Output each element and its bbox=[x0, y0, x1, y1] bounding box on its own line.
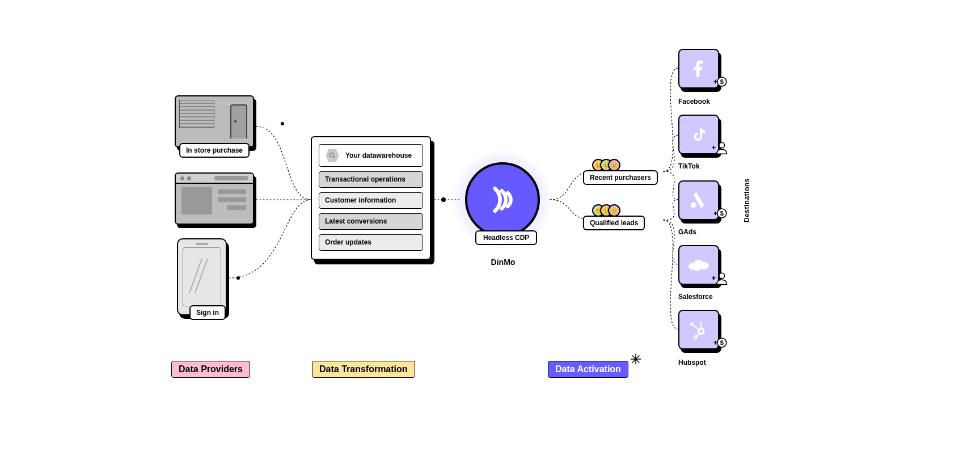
provider-card bbox=[177, 238, 227, 315]
money-badge-icon: $ bbox=[710, 204, 728, 222]
warehouse-row: Latest conversions bbox=[319, 213, 423, 230]
svg-point-1 bbox=[236, 276, 240, 280]
money-badge-icon: $ bbox=[710, 73, 728, 91]
section-badge-providers: Data Providers bbox=[171, 361, 250, 378]
destination-label: Salesforce bbox=[678, 293, 713, 301]
person-badge-icon bbox=[710, 269, 728, 287]
destination-salesforce bbox=[678, 245, 719, 285]
door-icon bbox=[230, 104, 247, 138]
svg-point-2 bbox=[441, 197, 446, 202]
tiktok-icon bbox=[690, 125, 708, 144]
cdp-node bbox=[465, 162, 540, 237]
avatar: 🙂 bbox=[608, 204, 620, 217]
svg-text:$: $ bbox=[720, 339, 724, 346]
provider-label: Sign in bbox=[189, 305, 226, 320]
warehouse-row: Order updates bbox=[319, 234, 423, 251]
destination-hubspot: $ bbox=[678, 310, 719, 349]
segment-recent-purchasers: 🙂 🙂 🙂 Recent purchasers bbox=[592, 158, 692, 172]
destination-label: Hubspot bbox=[678, 359, 706, 366]
warehouse-row-text: Latest conversions bbox=[325, 217, 387, 226]
money-badge-icon: $ bbox=[710, 334, 728, 352]
svg-point-0 bbox=[281, 122, 284, 125]
provider-store: In store purchase bbox=[175, 95, 254, 148]
svg-point-20 bbox=[690, 322, 694, 326]
segment-label: Recent purchasers bbox=[583, 170, 658, 185]
warehouse-header-row: Your datawarehouse bbox=[319, 144, 423, 167]
destination-gads: $ bbox=[678, 180, 719, 220]
segment-avatars: 🙂 🙂 🙂 bbox=[592, 204, 620, 217]
destination-tiktok bbox=[678, 115, 719, 154]
svg-point-5 bbox=[330, 153, 333, 157]
gads-icon bbox=[689, 191, 708, 210]
svg-point-16 bbox=[719, 273, 725, 279]
destination-label: Facebook bbox=[678, 98, 710, 106]
warehouse-row: Transactional operations bbox=[319, 171, 423, 188]
provider-card bbox=[175, 172, 254, 225]
warehouse-row-text: Transactional operations bbox=[325, 175, 405, 184]
avatar: 🙂 bbox=[608, 159, 620, 171]
provider-label: In store purchase bbox=[179, 143, 250, 158]
store-icon bbox=[179, 100, 214, 128]
hubspot-icon bbox=[689, 320, 708, 339]
segment-label: Qualified leads bbox=[583, 216, 645, 230]
cdp-label: Headless CDP bbox=[475, 230, 537, 245]
svg-point-8 bbox=[719, 142, 725, 148]
warehouse-row-text: Customer information bbox=[325, 196, 396, 205]
svg-text:$: $ bbox=[720, 210, 724, 217]
warehouse-panel: Your datawarehouse Transactional operati… bbox=[311, 136, 431, 260]
svg-point-19 bbox=[700, 322, 702, 324]
segment-avatars: 🙂 🙂 🙂 bbox=[592, 159, 620, 171]
cdp-brand: DinMo bbox=[489, 258, 517, 267]
provider-mobile: Sign in bbox=[177, 238, 227, 315]
warehouse-row: Customer information bbox=[319, 192, 423, 209]
provider-web bbox=[175, 172, 254, 225]
warehouse-header-text: Your datawarehouse bbox=[345, 151, 412, 160]
destination-label: GAds bbox=[678, 228, 696, 236]
provider-card bbox=[175, 95, 254, 148]
section-badge-transformation: Data Transformation bbox=[312, 361, 415, 378]
destinations-side-label: Destinations bbox=[743, 178, 751, 222]
dinmo-logo-icon bbox=[484, 181, 521, 218]
svg-text:$: $ bbox=[720, 78, 724, 85]
svg-point-18 bbox=[699, 330, 703, 333]
browser-chrome-icon bbox=[176, 174, 253, 184]
sparkle-icon bbox=[630, 353, 642, 365]
svg-point-21 bbox=[694, 336, 697, 339]
bigquery-icon bbox=[325, 148, 340, 163]
salesforce-icon bbox=[687, 257, 710, 273]
facebook-icon bbox=[689, 59, 708, 78]
svg-point-9 bbox=[691, 203, 696, 208]
svg-point-15 bbox=[694, 265, 701, 271]
diagram-canvas: In store purchase Sign in Your datawareh… bbox=[0, 0, 980, 455]
segment-qualified-leads: 🙂 🙂 🙂 Qualified leads bbox=[592, 203, 679, 218]
destination-facebook: $ bbox=[678, 49, 719, 89]
warehouse-row-text: Order updates bbox=[325, 238, 371, 247]
destination-label: TikTok bbox=[678, 162, 700, 170]
person-badge-icon bbox=[710, 138, 728, 157]
section-badge-activation: Data Activation bbox=[548, 361, 628, 378]
